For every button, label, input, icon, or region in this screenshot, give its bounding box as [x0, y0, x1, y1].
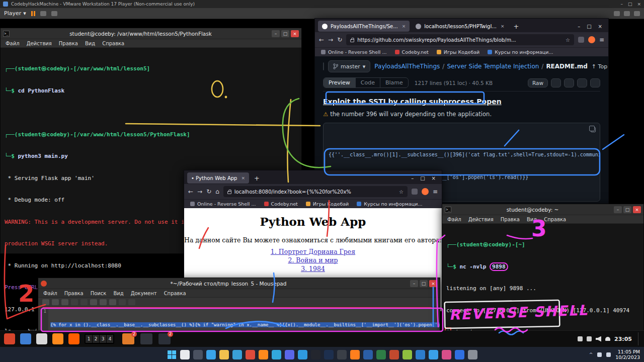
maximize-icon[interactable]: □	[420, 280, 428, 287]
new-file-icon[interactable]	[42, 299, 49, 305]
maximize-icon[interactable]: □	[587, 24, 591, 29]
menu-icon[interactable]: ≡	[433, 188, 438, 195]
menu-item[interactable]: Файл	[6, 41, 20, 46]
tab-python-web-app[interactable]: • Python Web App ×	[187, 172, 249, 184]
book-link-1[interactable]: 1. Портрет Дориана Грея	[184, 248, 442, 255]
edit-pencil-icon[interactable]	[577, 78, 587, 87]
notifications-bell-icon[interactable]	[605, 337, 610, 341]
file-manager-icon[interactable]	[20, 333, 31, 344]
terminal-icon[interactable]	[311, 350, 320, 359]
menu-item[interactable]: Действия	[468, 217, 494, 222]
bookmark-item[interactable]: Курсы по информаци...	[357, 201, 422, 207]
discord-icon[interactable]	[285, 350, 294, 359]
host-clock[interactable]: 11:05 PM 10/2/2023	[615, 349, 640, 360]
show-desktop-strip[interactable]	[638, 332, 640, 345]
powerpoint-icon[interactable]	[389, 350, 399, 359]
wifi-icon[interactable]	[597, 352, 602, 357]
redo-icon[interactable]	[80, 299, 88, 305]
fullscreen-icon[interactable]	[614, 11, 620, 16]
editor-text[interactable]: {% for x in ().__class__.__base__.__subc…	[48, 307, 440, 330]
burpsuite-icon[interactable]	[68, 333, 79, 344]
book-link-2[interactable]: 2. Война и мир	[184, 256, 442, 264]
book-link-3[interactable]: 3. 1984	[184, 265, 442, 273]
word-icon[interactable]	[363, 350, 373, 359]
bookmark-item[interactable]: Игры Кодебай	[306, 201, 349, 207]
minimize-icon[interactable]: –	[272, 30, 280, 37]
open-file-icon[interactable]	[52, 299, 59, 305]
copy-icon[interactable]	[100, 299, 107, 305]
maximize-icon[interactable]: □	[420, 175, 425, 181]
workspace-pager[interactable]: 1234	[85, 334, 114, 344]
breadcrumb-repo-link[interactable]: PayloadsAllTheThings	[374, 63, 440, 70]
tab-preview[interactable]: Preview	[324, 78, 355, 87]
replace-icon[interactable]	[128, 299, 135, 305]
new-tab-button[interactable]: +	[510, 23, 522, 30]
new-tab-button[interactable]: +	[251, 174, 263, 182]
firefox-window-icon[interactable]: 2	[158, 333, 171, 344]
maximize-icon[interactable]: □	[281, 30, 289, 37]
vmware-maximize-icon[interactable]: □	[628, 2, 632, 7]
menu-item[interactable]: Правка	[64, 291, 84, 296]
tab-payloadsallthethings[interactable]: PayloadsAllTheThings/Se... ×	[318, 21, 410, 32]
file-tree-toggle-icon[interactable]	[323, 62, 324, 70]
back-to-top-link[interactable]: ↑ Top	[592, 63, 607, 70]
menu-item[interactable]: Справка	[102, 41, 124, 46]
account-avatar[interactable]	[588, 36, 595, 43]
vscode-icon[interactable]	[298, 350, 307, 359]
close-tab-icon[interactable]: ×	[241, 175, 245, 180]
account-avatar[interactable]	[422, 188, 429, 195]
extensions-icon[interactable]	[412, 189, 418, 195]
vm-clock[interactable]: 23:05	[614, 336, 632, 342]
excel-icon[interactable]	[376, 350, 386, 359]
menu-item[interactable]: Документ	[131, 291, 157, 296]
close-tab-icon[interactable]: ×	[402, 24, 406, 29]
menu-icon[interactable]: ≡	[599, 36, 604, 43]
firefox-icon[interactable]	[52, 333, 63, 344]
clipboard-tray-icon[interactable]	[587, 336, 592, 341]
menu-item[interactable]: Действия	[27, 41, 52, 46]
minimize-icon[interactable]: –	[578, 24, 580, 29]
find-icon[interactable]	[119, 299, 126, 305]
forward-icon[interactable]: →	[197, 188, 202, 195]
player-menu-button[interactable]: Player▾	[4, 10, 26, 17]
workspace-cell[interactable]: 4	[107, 335, 113, 343]
settings-icon[interactable]	[468, 350, 477, 359]
menu-item[interactable]: Вид	[113, 291, 123, 296]
undo-icon[interactable]	[71, 299, 78, 305]
bookmark-item[interactable]: Codeby.net	[395, 49, 429, 55]
back-icon[interactable]: ←	[188, 188, 193, 195]
reload-icon[interactable]: ↻	[206, 188, 211, 195]
minimize-icon[interactable]: –	[410, 280, 418, 287]
menu-item[interactable]: Поиск	[91, 291, 107, 296]
outline-icon[interactable]	[590, 78, 600, 87]
branch-selector-button[interactable]: master ▾	[328, 60, 370, 72]
kali-apps-icon[interactable]	[4, 333, 15, 344]
save-file-icon[interactable]	[61, 299, 68, 305]
windows-start-icon[interactable]	[167, 350, 177, 359]
breadcrumb-folder-link[interactable]: Server Side Template Injection	[447, 63, 539, 70]
photos-icon[interactable]	[442, 350, 451, 359]
raw-button[interactable]: Raw	[528, 78, 548, 87]
maximize-icon[interactable]: □	[623, 206, 631, 213]
minimize-icon[interactable]: –	[614, 206, 622, 213]
cut-icon[interactable]	[90, 299, 97, 305]
terminal-flask-titlebar[interactable]: >_ student@codeby: /var/www/html/lesson5…	[1, 28, 301, 39]
mousepad-window-icon[interactable]	[140, 333, 152, 344]
menu-item[interactable]: Файл	[447, 217, 461, 222]
file-explorer-icon[interactable]	[219, 350, 229, 359]
back-icon[interactable]: ←	[319, 36, 324, 43]
defender-icon[interactable]	[455, 350, 464, 359]
mail-icon[interactable]	[429, 350, 438, 359]
readme-heading-subprocess-popen[interactable]: Exploit the SSTI by calling subprocess.P…	[323, 98, 600, 106]
notepadpp-icon[interactable]	[403, 350, 412, 359]
mousepad-editor[interactable]: 1 {% for x in ().__class__.__base__.__su…	[38, 307, 440, 330]
bookmark-item[interactable]: Игры Кодебай	[437, 49, 479, 55]
menu-item[interactable]: Вид	[527, 217, 537, 222]
vmware-minimize-icon[interactable]: –	[620, 2, 623, 7]
close-tab-icon[interactable]: ×	[501, 24, 505, 29]
tab-localhost-phptwig[interactable]: localhost/lesson5/PHPTwigI... ×	[412, 21, 508, 32]
chrome-icon[interactable]	[246, 350, 255, 359]
close-icon[interactable]: ×	[598, 24, 602, 29]
bookmark-item[interactable]: Курсы по информаци...	[488, 49, 553, 55]
vmware-close-icon[interactable]: ×	[637, 2, 641, 7]
